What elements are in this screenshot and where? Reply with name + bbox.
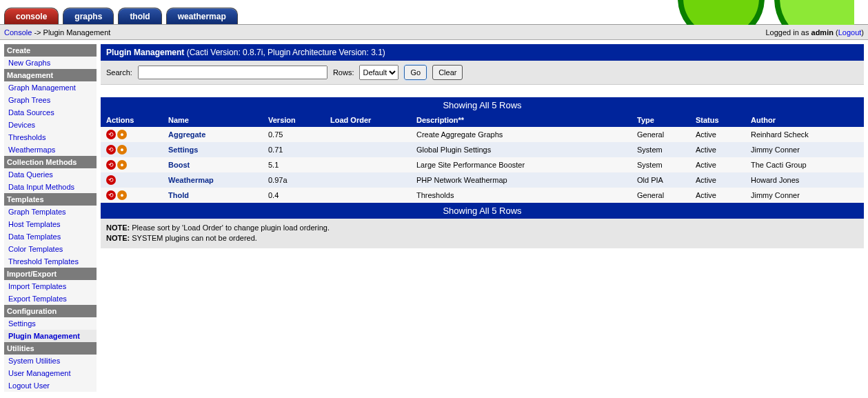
cell-version: 0.71 — [263, 142, 325, 157]
sidebar-item-host-templates[interactable]: Host Templates — [4, 218, 97, 230]
table-row: ⟲●Boost5.1Large Site Performance Booster… — [101, 157, 864, 172]
col-author[interactable]: Author — [745, 113, 864, 127]
table-row: ⟲Weathermap0.97aPHP Network WeathermapOl… — [101, 172, 864, 188]
clear-button[interactable]: Clear — [432, 65, 463, 80]
col-description-[interactable]: Description** — [411, 113, 632, 127]
cell-type: Old PIA — [632, 172, 690, 188]
sidebar-item-user-management[interactable]: User Management — [4, 367, 97, 379]
note-label: NOTE: — [106, 234, 132, 242]
sidebar-item-system-utilities[interactable]: System Utilities — [4, 355, 97, 367]
tab-thold[interactable]: thold — [118, 8, 161, 24]
notes: NOTE: Please sort by 'Load Order' to cha… — [101, 219, 864, 248]
cell-author: The Cacti Group — [745, 157, 864, 172]
cell-status: Active — [690, 188, 745, 203]
rows-select[interactable]: Default — [359, 65, 398, 80]
sidebar-category: Configuration — [4, 305, 97, 317]
breadcrumb-root[interactable]: Console — [4, 28, 32, 37]
login-text: Logged in as — [765, 28, 811, 37]
sidebar-item-threshold-templates[interactable]: Threshold Templates — [4, 255, 97, 268]
cell-author: Jimmy Conner — [745, 142, 864, 157]
sidebar-item-settings[interactable]: Settings — [4, 317, 97, 330]
sidebar-item-logout-user[interactable]: Logout User — [4, 379, 97, 392]
breadcrumb: Console -> Plugin Management — [4, 28, 110, 37]
sidebar-item-graph-templates[interactable]: Graph Templates — [4, 206, 97, 218]
sidebar-item-graph-management[interactable]: Graph Management — [4, 81, 97, 94]
sidebar-category: Import/Export — [4, 268, 97, 280]
disable-icon[interactable]: ⟲ — [106, 175, 116, 185]
sidebar-item-data-templates[interactable]: Data Templates — [4, 230, 97, 243]
sidebar-item-devices[interactable]: Devices — [4, 119, 97, 131]
cell-desc: Create Aggregate Graphs — [411, 127, 632, 142]
cell-status: Active — [690, 172, 745, 188]
cell-status: Active — [690, 157, 745, 172]
col-actions[interactable]: Actions — [101, 113, 163, 127]
plugin-link[interactable]: Boost — [168, 161, 190, 169]
sidebar-category: Management — [4, 69, 97, 81]
uninstall-icon[interactable]: ● — [117, 160, 127, 170]
cell-load — [325, 188, 411, 203]
cell-version: 0.75 — [263, 127, 325, 142]
sidebar-item-data-queries[interactable]: Data Queries — [4, 168, 97, 181]
cell-type: System — [632, 142, 690, 157]
disable-icon[interactable]: ⟲ — [106, 130, 116, 139]
col-version[interactable]: Version — [263, 113, 325, 127]
cell-status: Active — [690, 127, 745, 142]
sidebar-item-data-input-methods[interactable]: Data Input Methods — [4, 181, 97, 193]
sidebar-category: Utilities — [4, 342, 97, 355]
tab-console[interactable]: console — [4, 8, 59, 24]
cell-type: General — [632, 188, 690, 203]
sidebar-item-export-templates[interactable]: Export Templates — [4, 292, 97, 305]
cell-desc: Global Plugin Settings — [411, 142, 632, 157]
breadcrumb-page: Plugin Management — [43, 28, 111, 37]
sidebar-item-data-sources[interactable]: Data Sources — [4, 106, 97, 119]
filter-bar: Search: Rows: Default Go Clear — [101, 61, 864, 85]
col-type[interactable]: Type — [632, 113, 690, 127]
uninstall-icon[interactable]: ● — [117, 145, 127, 155]
sidebar-item-weathermaps[interactable]: Weathermaps — [4, 143, 97, 156]
logout-link[interactable]: Logout — [838, 28, 862, 37]
cell-version: 0.4 — [263, 188, 325, 203]
sidebar-item-new-graphs[interactable]: New Graphs — [4, 57, 97, 69]
note-line: NOTE: SYSTEM plugins can not be ordered. — [106, 233, 858, 243]
uninstall-icon[interactable]: ● — [117, 130, 127, 139]
login-status: Logged in as admin (Logout) — [765, 28, 864, 37]
sidebar-item-thresholds[interactable]: Thresholds — [4, 131, 97, 143]
disable-icon[interactable]: ⟲ — [106, 160, 116, 170]
cell-author: Jimmy Conner — [745, 188, 864, 203]
plugin-link[interactable]: Aggregate — [168, 130, 205, 139]
table-header-row: ActionsNameVersionLoad OrderDescription*… — [101, 113, 864, 127]
main-tabs: consolegraphstholdweathermap — [0, 8, 238, 24]
plugin-link[interactable]: Weathermap — [168, 176, 214, 184]
cell-load — [325, 127, 411, 142]
disable-icon[interactable]: ⟲ — [106, 145, 116, 155]
plugins-table: ActionsNameVersionLoad OrderDescription*… — [101, 113, 864, 203]
panel-title: Plugin Management — [106, 48, 184, 57]
rows-banner-top: Showing All 5 Rows — [101, 97, 864, 113]
cell-desc: Thresholds — [411, 188, 632, 203]
sidebar-item-plugin-management[interactable]: Plugin Management — [4, 330, 97, 342]
tab-graphs[interactable]: graphs — [63, 8, 114, 24]
login-user: admin — [811, 28, 834, 37]
plugin-link[interactable]: Settings — [168, 146, 198, 154]
rows-label: Rows: — [333, 68, 354, 77]
breadcrumb-bar: Console -> Plugin Management Logged in a… — [0, 25, 868, 40]
disable-icon[interactable]: ⟲ — [106, 190, 116, 200]
uninstall-icon[interactable]: ● — [117, 190, 127, 200]
go-button[interactable]: Go — [404, 65, 427, 80]
cell-load — [325, 157, 411, 172]
plugin-link[interactable]: Thold — [168, 191, 189, 199]
col-name[interactable]: Name — [163, 113, 263, 127]
search-label: Search: — [106, 68, 132, 77]
sidebar-item-graph-trees[interactable]: Graph Trees — [4, 94, 97, 106]
search-input[interactable] — [138, 66, 327, 79]
sidebar-category: Collection Methods — [4, 156, 97, 168]
tab-weathermap[interactable]: weathermap — [166, 8, 238, 24]
col-status[interactable]: Status — [690, 113, 745, 127]
rows-banner-bottom: Showing All 5 Rows — [101, 203, 864, 219]
sidebar: CreateNew GraphsManagementGraph Manageme… — [4, 44, 97, 392]
col-load-order[interactable]: Load Order — [325, 113, 411, 127]
header-decoration — [634, 0, 854, 25]
cell-desc: Large Site Performance Booster — [411, 157, 632, 172]
sidebar-item-color-templates[interactable]: Color Templates — [4, 243, 97, 255]
sidebar-item-import-templates[interactable]: Import Templates — [4, 280, 97, 292]
